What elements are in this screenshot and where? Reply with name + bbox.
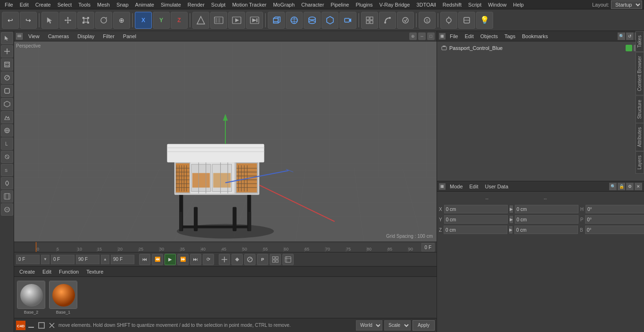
grid-tool[interactable]	[361, 12, 378, 29]
menu-tools[interactable]: Tools	[75, 0, 93, 9]
menu-vray[interactable]: V-Ray Bridge	[377, 0, 413, 9]
attr-x-h[interactable]	[586, 205, 644, 213]
menu-motion-tracker[interactable]: Motion Tracker	[229, 0, 269, 9]
menu-select[interactable]: Select	[55, 0, 75, 9]
side-tab-attributes[interactable]: Attributes	[636, 123, 644, 151]
material-swatch-base1[interactable]	[49, 281, 77, 309]
side-tab-layers[interactable]: Layers	[636, 151, 644, 174]
attr-menu-btn[interactable]: ▦	[439, 183, 446, 190]
left-tool-9[interactable]: L	[1, 138, 13, 150]
menu-pipeline[interactable]: Pipeline	[328, 0, 352, 9]
left-tool-7[interactable]	[1, 111, 13, 123]
start-frame-field[interactable]: 0 F	[16, 255, 40, 264]
auto-key-btn[interactable]	[244, 254, 256, 265]
menu-plugins[interactable]: Plugins	[353, 0, 375, 9]
undo-button[interactable]: ↩	[2, 12, 19, 29]
material-edit-btn[interactable]: Edit	[40, 267, 54, 276]
light-tool[interactable]	[322, 12, 339, 29]
viewport-display-btn[interactable]: Display	[74, 32, 97, 40]
play-button[interactable]: ▶	[165, 254, 176, 265]
objects-edit-btn[interactable]: Edit	[462, 32, 476, 40]
attr-x-arrow[interactable]: ▶	[510, 205, 513, 213]
attr-z-rot[interactable]	[514, 226, 578, 234]
object-tool[interactable]	[458, 12, 475, 29]
redo-button[interactable]: ↪	[20, 12, 37, 29]
menu-window[interactable]: Window	[485, 0, 509, 9]
material-function-btn[interactable]: Function	[57, 267, 81, 276]
scale-tool-button[interactable]	[77, 12, 94, 29]
menu-redshift[interactable]: Redshift	[440, 0, 464, 9]
objects-search-icon[interactable]: 🔍	[618, 32, 625, 40]
apply-button[interactable]: Apply	[413, 320, 435, 331]
side-tab-structure[interactable]: Structure	[636, 96, 644, 123]
select-tool-button[interactable]	[41, 12, 58, 29]
attr-x-rot[interactable]	[515, 205, 578, 213]
menu-render[interactable]: Render	[185, 0, 207, 9]
attr-edit-btn[interactable]: Edit	[467, 182, 481, 191]
menu-edit[interactable]: Edit	[17, 0, 32, 9]
scale-dropdown[interactable]: Scale	[384, 320, 411, 331]
attr-z-b[interactable]	[585, 226, 644, 234]
attr-y-arrow[interactable]: ▶	[510, 216, 513, 223]
attr-y-rot[interactable]	[515, 215, 578, 224]
end-frame-field-2[interactable]: 90 F	[111, 255, 134, 264]
material-item-2[interactable]: Base_1	[49, 281, 77, 315]
viewport-filter-btn[interactable]: Filter	[100, 32, 117, 40]
viewport[interactable]: X Y Z Perspective Grid Spacing : 100 cm	[14, 41, 437, 242]
menu-sculpt[interactable]: Sculpt	[208, 0, 229, 9]
keyframe-btn[interactable]	[231, 254, 243, 265]
attr-y-pos[interactable]	[444, 215, 508, 224]
menu-mesh[interactable]: Mesh	[94, 0, 113, 9]
side-tab-takes[interactable]: Takes	[636, 31, 644, 52]
step-forward-button[interactable]: ⏩	[177, 254, 189, 265]
menu-create[interactable]: Create	[33, 0, 54, 9]
current-frame-field[interactable]: 0 F	[51, 255, 74, 264]
attr-z-arrow[interactable]: ▶	[509, 226, 512, 234]
side-tab-content-browser[interactable]: Content Browser	[636, 52, 644, 95]
snap-tool[interactable]	[440, 12, 457, 29]
left-tool-14[interactable]	[1, 203, 13, 216]
object-row-1[interactable]: Passport_Control_Blue	[439, 43, 642, 53]
menu-character[interactable]: Character	[298, 0, 327, 9]
objects-file-btn[interactable]: File	[447, 32, 461, 40]
layout-select[interactable]: Startup	[611, 0, 642, 9]
objects-menu-btn[interactable]: ▦	[439, 33, 446, 40]
close-btn[interactable]	[47, 321, 57, 330]
deformer-tool[interactable]	[379, 12, 396, 29]
objects-tags-btn[interactable]: Tags	[502, 32, 518, 40]
paint-tool[interactable]: S	[419, 12, 436, 29]
cinema4d-icon[interactable]: C4D	[16, 321, 25, 330]
rotate-tool-button[interactable]	[95, 12, 112, 29]
y-axis-button[interactable]: Y	[153, 12, 170, 29]
viewport-panel-btn[interactable]: Panel	[120, 32, 139, 40]
add-keyframe-btn[interactable]	[219, 254, 230, 265]
left-tool-1[interactable]	[1, 32, 13, 44]
light-btn[interactable]: 💡	[476, 12, 493, 29]
attr-mode-btn[interactable]: Mode	[447, 182, 465, 191]
grid-btn[interactable]	[270, 254, 281, 265]
tag-tool[interactable]	[397, 12, 414, 29]
attr-userdata-btn[interactable]: User Data	[483, 182, 511, 191]
left-tool-13[interactable]	[1, 190, 13, 202]
left-tool-4[interactable]	[1, 72, 13, 84]
objects-objects-btn[interactable]: Objects	[478, 32, 500, 40]
left-tool-5[interactable]	[1, 85, 13, 97]
menu-snap[interactable]: Snap	[114, 0, 132, 9]
menu-mograph[interactable]: MoGraph	[270, 0, 297, 9]
attr-close-icon[interactable]: ✕	[635, 183, 642, 190]
film-strip-button[interactable]	[210, 12, 227, 29]
render-button[interactable]	[246, 12, 263, 29]
viewport-view-btn[interactable]: View	[25, 32, 42, 40]
object-color-1[interactable]	[626, 45, 632, 51]
attr-z-pos[interactable]	[444, 226, 507, 234]
menu-3dtoall[interactable]: 3DTOAll	[413, 0, 438, 9]
restore-btn[interactable]	[37, 321, 46, 330]
left-tool-10[interactable]	[1, 151, 13, 163]
left-tool-3[interactable]	[1, 58, 13, 71]
x-axis-button[interactable]: X	[135, 12, 152, 29]
viewport-icon-1[interactable]: ⊕	[409, 32, 417, 40]
objects-refresh-icon[interactable]: ↺	[626, 32, 634, 40]
material-item-1[interactable]: Base_2	[17, 281, 45, 315]
viewport-cameras-btn[interactable]: Cameras	[45, 32, 72, 40]
camera-tool[interactable]	[339, 12, 356, 29]
